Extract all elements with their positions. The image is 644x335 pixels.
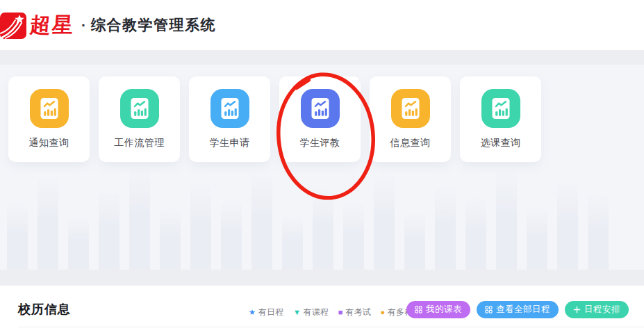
- legend-item-course: ▼ 有课程: [293, 307, 329, 318]
- page: 超星 · 综合教学管理系统 通知查询: [0, 0, 644, 335]
- legend-label: 有日程: [258, 307, 283, 318]
- app-card-label: 学生评教: [300, 137, 340, 149]
- brand-separator: ·: [81, 17, 86, 33]
- bar-chart-doc-icon: [391, 89, 430, 128]
- star-icon: ★: [249, 309, 256, 316]
- app-card-student-evaluation[interactable]: 学生评教: [279, 76, 361, 162]
- legend-label: 有课程: [304, 307, 329, 318]
- page-title: 综合教学管理系统: [91, 15, 216, 35]
- app-card-course-selection-query[interactable]: 选课查询: [460, 76, 541, 162]
- bar-chart-doc-icon: [481, 89, 520, 128]
- app-card-label: 通知查询: [29, 137, 69, 149]
- chaoxing-logo-icon: [0, 13, 26, 39]
- app-card-info-query[interactable]: 信息查询: [370, 76, 451, 162]
- legend-label: 有考试: [345, 307, 370, 318]
- button-label: 日程安排: [584, 304, 620, 316]
- plus-icon: [573, 306, 581, 313]
- app-card-label: 工作流管理: [114, 137, 165, 149]
- app-card-workflow-management[interactable]: 工作流管理: [99, 76, 180, 162]
- calendar-button-row: 我的课表 查看全部日程 日程安排: [406, 301, 629, 318]
- bar-chart-doc-icon: [210, 89, 249, 128]
- brand-name: 超星: [29, 15, 75, 35]
- app-card-label: 信息查询: [390, 137, 431, 149]
- app-header: 超星 · 综合教学管理系统: [0, 0, 644, 50]
- bar-chart-doc-icon: [301, 89, 340, 128]
- app-card-row: 通知查询 工作流管理 学生申请 学生评教: [8, 76, 541, 162]
- app-card-label: 选课查询: [481, 137, 521, 149]
- view-all-schedule-button[interactable]: 查看全部日程: [477, 301, 559, 318]
- background-skyline-pattern: [7, 158, 644, 270]
- triangle-down-icon: ▼: [293, 309, 301, 316]
- calendar-section: 校历信息 ★ 有日程 ▼ 有课程 ■ 有考试 ● 有多种事务 我的课表: [0, 286, 644, 335]
- circle-icon: ●: [380, 309, 385, 316]
- schedule-arrangement-button[interactable]: 日程安排: [565, 301, 629, 318]
- grid-icon: [415, 306, 422, 313]
- legend-item-exam: ■ 有考试: [338, 307, 371, 318]
- app-card-notification-query[interactable]: 通知查询: [8, 76, 90, 162]
- apps-panel: 通知查询 工作流管理 学生申请 学生评教: [0, 65, 644, 270]
- calendar-legend: ★ 有日程 ▼ 有课程 ■ 有考试 ● 有多种事务: [249, 307, 429, 318]
- legend-item-schedule: ★ 有日程: [249, 307, 283, 318]
- square-icon: ■: [338, 309, 343, 316]
- background-band-top: [0, 50, 644, 65]
- button-label: 查看全部日程: [496, 304, 550, 316]
- grid-icon: [485, 306, 493, 313]
- background-band-bottom: [0, 270, 644, 286]
- app-card-label: 学生申请: [210, 137, 250, 149]
- bar-chart-doc-icon: [30, 89, 69, 128]
- app-card-student-application[interactable]: 学生申请: [189, 76, 270, 162]
- bar-chart-doc-icon: [120, 89, 159, 128]
- calendar-title: 校历信息: [18, 301, 71, 318]
- my-timetable-button[interactable]: 我的课表: [406, 301, 470, 318]
- button-label: 我的课表: [426, 304, 462, 316]
- section-divider: [18, 327, 644, 327]
